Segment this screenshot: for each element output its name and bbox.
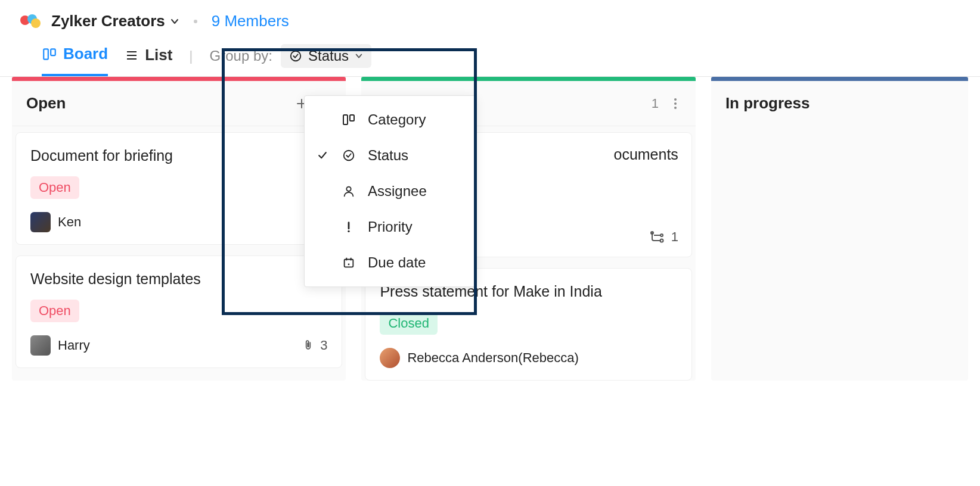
dd-label: Priority [368,219,413,235]
column-stripe [711,77,968,81]
status-badge: Open [30,176,79,199]
column-menu-button[interactable] [669,96,681,111]
svg-point-24 [674,98,677,101]
tab-list[interactable]: List [125,46,172,75]
assignee-name: Ken [58,214,81,230]
dd-label: Due date [368,254,426,271]
team-name-dropdown[interactable]: Zylker Creators [51,12,179,30]
groupby-dropdown: Category Status Assignee Priority Due da… [304,95,476,287]
category-icon [340,113,357,127]
svg-point-14 [348,230,349,232]
workspace-header: Zylker Creators 9 Members [0,0,980,30]
task-card[interactable]: Website design templates Open Harry 3 [15,256,342,368]
column-header: Open [12,81,346,126]
view-bar: Board List | Group by: Status [0,30,980,77]
card-title: Document for briefing [30,147,327,164]
avatar [380,348,400,368]
assignee: Ken [30,212,81,232]
column-title: Open [26,94,66,113]
card-title-partial: ocuments [613,146,678,163]
view-separator: | [189,48,193,74]
chevron-down-icon [355,52,363,60]
avatar [30,335,51,356]
list-icon [125,48,139,63]
svg-point-18 [348,263,350,265]
column-count: 1 [652,96,659,111]
card-meta: 1 [650,229,678,245]
svg-rect-10 [350,115,354,121]
assignee: Harry [30,335,90,356]
groupby-option-status[interactable]: Status [305,138,475,173]
groupby-control: Group by: Status [210,44,371,77]
column-stripe [361,77,695,81]
card-title: Website design templates [30,270,327,288]
groupby-option-category[interactable]: Category [305,102,475,138]
groupby-option-assignee[interactable]: Assignee [305,173,475,209]
status-badge: Open [30,300,79,322]
subtasks-icon [650,230,665,244]
attachment-count: 3 [320,338,327,353]
dd-label: Category [368,111,426,128]
avatar [30,212,51,232]
calendar-icon [340,256,357,269]
groupby-option-duedate[interactable]: Due date [305,245,475,281]
svg-point-26 [674,107,677,109]
card-list: Document for briefing Open Ken Website d… [12,126,346,368]
dd-label: Assignee [368,183,427,200]
person-icon [340,185,357,198]
groupby-value: Status [308,48,349,64]
svg-rect-15 [345,260,353,267]
column-inprogress: In progress [711,77,968,381]
board-area: Open Document for briefing Open Ken [0,77,980,381]
members-link[interactable]: 9 Members [212,12,289,30]
card-meta: 3 [302,338,327,353]
svg-point-8 [291,51,301,61]
column-title: In progress [725,94,810,113]
team-avatar-icon [18,13,43,30]
column-stripe [12,77,346,81]
team-name-label: Zylker Creators [51,12,165,30]
svg-rect-4 [51,49,55,55]
board-icon [42,46,57,62]
tab-board[interactable]: Board [42,45,108,76]
status-badge: Closed [380,312,437,335]
svg-point-11 [344,151,354,161]
tab-board-label: Board [63,45,108,63]
dd-label: Status [368,147,408,164]
task-card[interactable]: Document for briefing Open Ken [15,132,342,245]
assignee-name: Harry [58,338,90,353]
svg-point-29 [660,234,663,236]
svg-rect-3 [44,49,48,59]
groupby-button[interactable]: Status [281,44,371,68]
svg-point-28 [660,239,663,242]
priority-icon [340,220,357,233]
attachment-icon [302,339,314,352]
status-check-icon [289,49,302,63]
separator-dot [194,20,197,23]
column-open: Open Document for briefing Open Ken [12,77,346,381]
check-icon [315,149,330,161]
groupby-option-priority[interactable]: Priority [305,209,475,245]
chevron-down-icon [170,17,179,26]
svg-point-25 [674,102,677,105]
status-icon [340,149,357,162]
assignee-name: Rebecca Anderson(Rebecca) [407,350,578,366]
assignee: Rebecca Anderson(Rebecca) [380,348,578,368]
svg-point-2 [31,18,41,28]
subtasks-count: 1 [671,229,678,245]
tab-list-label: List [145,46,172,64]
groupby-label: Group by: [210,48,272,64]
column-header: In progress [711,81,968,126]
svg-point-12 [346,187,351,191]
svg-rect-9 [343,115,348,124]
